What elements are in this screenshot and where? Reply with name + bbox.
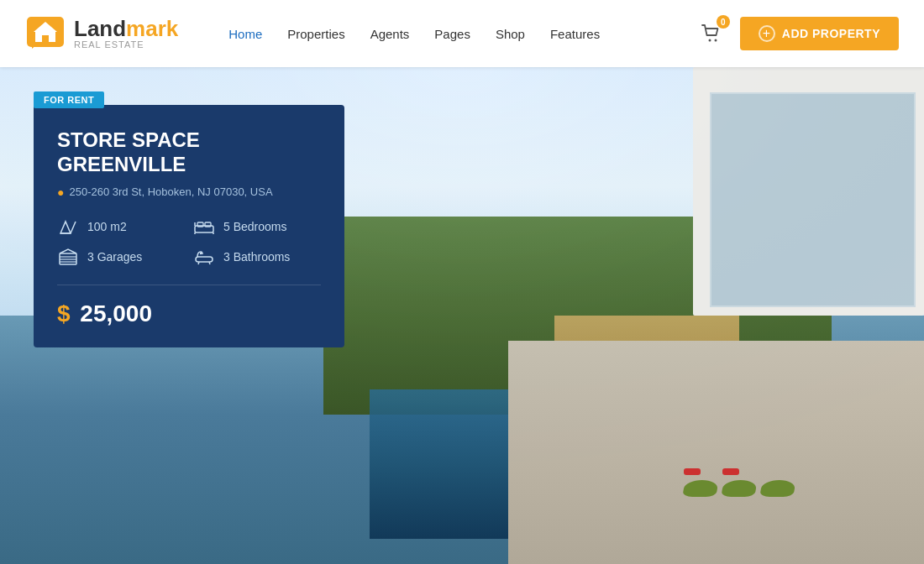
logo-subtitle: Real Estate — [74, 39, 178, 50]
property-features: 100 m2 5 Bedrooms — [57, 217, 321, 266]
feature-garages: 3 Garages — [57, 248, 185, 266]
svg-line-20 — [198, 262, 199, 264]
price-divider — [57, 285, 321, 285]
header: Landmark Real Estate Home Properties Age… — [0, 0, 924, 67]
for-rent-badge: FOR RENT — [34, 91, 104, 108]
svg-marker-6 — [60, 222, 71, 233]
cart-badge: 0 — [717, 15, 730, 29]
svg-line-8 — [71, 222, 76, 233]
property-card: FOR RENT STORE SPACE GREENVILLE ● 250-26… — [34, 105, 344, 347]
nav-pages[interactable]: Pages — [434, 27, 470, 41]
svg-rect-19 — [196, 257, 213, 262]
property-title: STORE SPACE GREENVILLE — [57, 128, 321, 177]
svg-line-21 — [209, 262, 210, 264]
logo[interactable]: Landmark Real Estate — [25, 15, 178, 52]
price-value: 25,000 — [80, 300, 152, 326]
svg-point-3 — [708, 39, 711, 42]
svg-point-22 — [200, 252, 202, 253]
bathrooms-label: 3 Bathrooms — [223, 250, 290, 264]
bath-icon — [193, 248, 215, 266]
feature-bathrooms: 3 Bathrooms — [193, 248, 321, 266]
logo-text: Landmark — [74, 18, 178, 39]
cart-button[interactable]: 0 — [696, 18, 727, 49]
nav-shop[interactable]: Shop — [496, 27, 525, 41]
feature-bedrooms: 5 Bedrooms — [193, 217, 321, 236]
price-currency: $ — [57, 300, 71, 326]
svg-point-4 — [714, 39, 717, 42]
bed-icon — [193, 217, 215, 236]
location-icon: ● — [57, 185, 64, 199]
garages-label: 3 Garages — [87, 250, 142, 264]
area-label: 100 m2 — [87, 220, 127, 233]
bedrooms-label: 5 Bedrooms — [223, 220, 286, 233]
header-right: 0 + ADD PROPERTY — [696, 17, 899, 50]
logo-icon — [25, 15, 66, 52]
garage-icon — [57, 248, 79, 266]
property-address: ● 250-260 3rd St, Hoboken, NJ 07030, USA — [57, 185, 321, 199]
area-icon — [57, 217, 79, 236]
nav-features[interactable]: Features — [550, 27, 600, 41]
feature-area: 100 m2 — [57, 217, 185, 236]
plus-icon: + — [759, 25, 775, 42]
property-price: $ 25,000 — [57, 300, 321, 327]
nav-properties[interactable]: Properties — [287, 27, 344, 41]
main-nav: Home Properties Agents Pages Shop Featur… — [228, 27, 696, 41]
nav-agents[interactable]: Agents — [370, 27, 410, 41]
nav-home[interactable]: Home — [228, 27, 262, 41]
hero-section: FOR RENT STORE SPACE GREENVILLE ● 250-26… — [0, 67, 924, 564]
add-property-button[interactable]: + ADD PROPERTY — [740, 17, 899, 50]
